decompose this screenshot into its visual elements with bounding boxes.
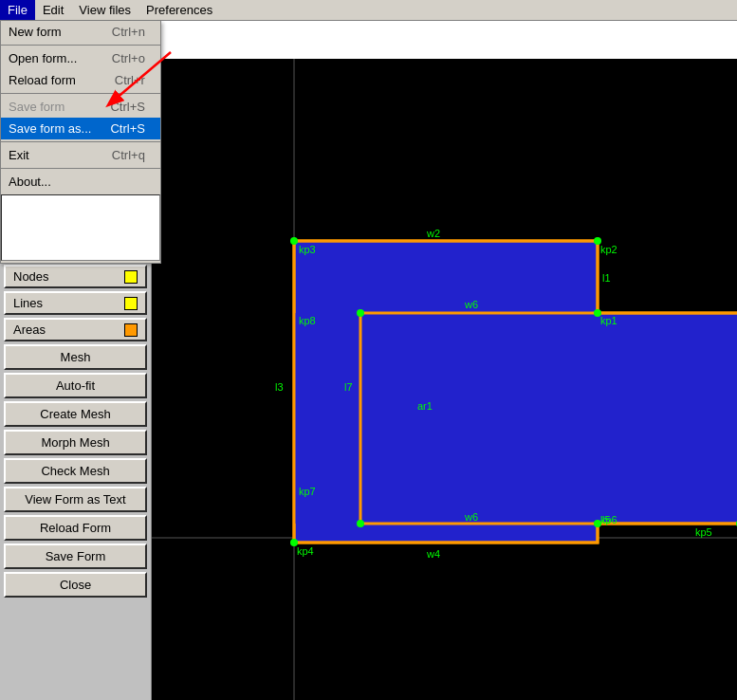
preview-box bbox=[1, 194, 160, 261]
svg-point-13 bbox=[357, 309, 364, 317]
areas-button[interactable]: Areas bbox=[4, 318, 147, 341]
edit-menu[interactable]: Edit bbox=[35, 0, 71, 20]
morph-mesh-button[interactable]: Morph Mesh bbox=[4, 430, 147, 455]
menu-save-form-as[interactable]: Save form as... Ctrl+S bbox=[1, 118, 160, 139]
menu-exit[interactable]: Exit Ctrl+q bbox=[1, 144, 160, 166]
menu-about[interactable]: About... bbox=[1, 171, 160, 193]
create-mesh-button[interactable]: Create Mesh bbox=[4, 401, 147, 427]
file-dropdown: New form Ctrl+n Open form... Ctrl+o Relo… bbox=[0, 21, 161, 264]
svg-text:kp1: kp1 bbox=[600, 315, 617, 326]
check-mesh-button[interactable]: Check Mesh bbox=[4, 458, 147, 484]
nodes-button[interactable]: Nodes bbox=[4, 265, 147, 288]
areas-flag bbox=[124, 323, 138, 337]
main-canvas: kp3 kp2 kp1 kp8 kp6 kp5 kp4 kp7 w2 w6 w6… bbox=[152, 59, 737, 700]
menu-new-form[interactable]: New form Ctrl+n bbox=[1, 21, 160, 43]
svg-text:ar1: ar1 bbox=[417, 400, 433, 412]
svg-text:kp4: kp4 bbox=[297, 545, 314, 557]
svg-text:l1: l1 bbox=[602, 272, 611, 284]
svg-point-7 bbox=[290, 237, 298, 245]
svg-text:kp8: kp8 bbox=[299, 315, 316, 326]
svg-text:kp5: kp5 bbox=[695, 526, 712, 538]
svg-text:w2: w2 bbox=[426, 228, 440, 239]
svg-text:w6: w6 bbox=[464, 299, 478, 310]
nodes-flag bbox=[124, 270, 138, 284]
svg-text:l3: l3 bbox=[275, 381, 284, 393]
svg-text:kp3: kp3 bbox=[299, 244, 316, 255]
svg-text:w4: w4 bbox=[426, 548, 440, 560]
svg-text:l7: l7 bbox=[344, 381, 353, 393]
view-files-menu[interactable]: View files bbox=[71, 0, 138, 20]
menu-reload-form[interactable]: Reload form Ctrl+r bbox=[1, 69, 160, 91]
close-button[interactable]: Close bbox=[4, 572, 147, 598]
svg-text:l5: l5 bbox=[602, 514, 611, 525]
menu-open-form[interactable]: Open form... Ctrl+o bbox=[1, 47, 160, 69]
canvas-top-bar bbox=[152, 21, 737, 59]
save-form-button[interactable]: Save Form bbox=[4, 543, 147, 569]
separator-4 bbox=[1, 168, 160, 169]
lines-button[interactable]: Lines bbox=[4, 291, 147, 315]
separator-2 bbox=[1, 93, 160, 94]
autofit-button[interactable]: Auto-fit bbox=[4, 373, 147, 398]
svg-text:w6: w6 bbox=[464, 511, 478, 523]
canvas-area: kp3 kp2 kp1 kp8 kp6 kp5 kp4 kp7 w2 w6 w6… bbox=[152, 21, 737, 700]
reload-form-button[interactable]: Reload Form bbox=[4, 515, 147, 541]
svg-text:kp2: kp2 bbox=[600, 244, 617, 255]
preferences-menu[interactable]: Preferences bbox=[138, 0, 220, 20]
separator-1 bbox=[1, 45, 160, 46]
file-menu[interactable]: File bbox=[0, 0, 35, 20]
svg-text:kp7: kp7 bbox=[299, 486, 316, 497]
view-form-button[interactable]: View Form as Text bbox=[4, 487, 147, 512]
svg-rect-5 bbox=[294, 313, 598, 524]
menu-save-form[interactable]: Save form Ctrl+S bbox=[1, 96, 160, 118]
separator-3 bbox=[1, 141, 160, 142]
mesh-button[interactable]: Mesh bbox=[4, 344, 147, 370]
svg-point-21 bbox=[357, 520, 364, 527]
lines-flag bbox=[124, 297, 138, 310]
